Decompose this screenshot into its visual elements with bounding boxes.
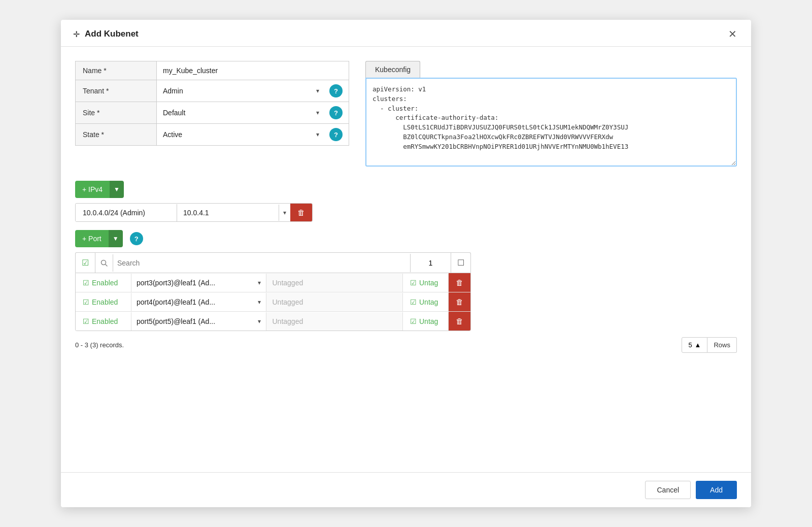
port-row-chevron-2[interactable]: ▾ xyxy=(258,299,261,306)
modal-header: ✛ Add Kubenet ✕ xyxy=(61,20,751,47)
state-field-row: State * Active ▾ ? xyxy=(75,123,349,146)
port-row-enabled-3: ☑ Enabled xyxy=(76,312,131,331)
state-help-button[interactable]: ? xyxy=(329,128,343,141)
port-row-chevron-1[interactable]: ▾ xyxy=(258,279,261,286)
add-button[interactable]: Add xyxy=(696,481,737,499)
port-row-chevron-3[interactable]: ▾ xyxy=(258,318,261,325)
trash-icon-1: 🗑 xyxy=(456,278,463,287)
name-label: Name * xyxy=(76,61,157,80)
port-section-header: + Port ▼ ? xyxy=(75,230,737,247)
state-label: State * xyxy=(76,124,157,145)
check-enabled-icon-2: ☑ xyxy=(83,298,89,306)
name-input[interactable] xyxy=(163,67,343,75)
site-label: Site * xyxy=(76,102,157,123)
add-port-caret-button[interactable]: ▼ xyxy=(109,230,123,247)
table-row: ☑ Enabled port5(port5)@leaf1 (Ad... ▾ Un… xyxy=(76,312,470,331)
ipv4-section: + IPv4 ▼ 10.0.4.0/24 (Admin) 10.0.4.1 ▾ … xyxy=(75,181,737,222)
port-section: + Port ▼ ? ☑ ☐ xyxy=(75,230,737,464)
check-icon: ☑ xyxy=(82,258,89,268)
port-row-untag-3[interactable]: ☑ Untag xyxy=(403,312,449,331)
state-value-cell: Active ▾ ? xyxy=(157,124,349,145)
add-ipv4-main-button[interactable]: + IPv4 xyxy=(75,181,110,198)
table-row: ☑ Enabled port3(port3)@leaf1 (Ad... ▾ Un… xyxy=(76,273,470,292)
port-row-tag-1: Untagged xyxy=(266,274,403,292)
trash-icon-2: 🗑 xyxy=(456,298,463,306)
port-row-name-1: port3(port3)@leaf1 (Ad... ▾ xyxy=(131,274,266,292)
port-row-tag-2: Untagged xyxy=(266,293,403,311)
svg-line-1 xyxy=(106,264,108,266)
add-kubenet-modal: ✛ Add Kubenet ✕ Name * Tenant * xyxy=(61,20,751,507)
modal-title: Add Kubenet xyxy=(85,29,721,39)
port-row-enabled-1: ☑ Enabled xyxy=(76,274,131,292)
rows-control: 5 ▲ Rows xyxy=(682,337,737,353)
port-page-input[interactable] xyxy=(410,254,451,272)
check-untag-icon-3: ☑ xyxy=(410,317,417,325)
port-row-name-3: port5(port5)@leaf1 (Ad... ▾ xyxy=(131,312,266,331)
port-row-untag-1[interactable]: ☑ Untag xyxy=(403,274,449,292)
port-row-tag-3: Untagged xyxy=(266,312,403,331)
port-search-input[interactable] xyxy=(113,254,410,272)
site-field-row: Site * Default ▾ ? xyxy=(75,102,349,123)
tenant-select-wrapper: Admin ▾ xyxy=(163,87,322,95)
ipv4-delete-button[interactable]: 🗑 xyxy=(290,204,312,221)
modal-body: Name * Tenant * Admin ▾ xyxy=(61,47,751,472)
rows-label-button[interactable]: Rows xyxy=(707,337,737,353)
records-row: 0 - 3 (3) records. 5 ▲ Rows xyxy=(75,337,737,353)
close-button[interactable]: ✕ xyxy=(726,29,739,39)
cancel-button[interactable]: Cancel xyxy=(645,481,691,499)
move-icon: ✛ xyxy=(73,29,80,39)
port-page-check-icon: ☐ xyxy=(451,253,470,273)
tenant-field-row: Tenant * Admin ▾ ? xyxy=(75,80,349,102)
add-ipv4-caret-button[interactable]: ▼ xyxy=(110,181,124,198)
table-row: ☑ Enabled port4(port4)@leaf1 (Ad... ▾ Un… xyxy=(76,292,470,312)
records-text: 0 - 3 (3) records. xyxy=(75,341,124,349)
add-ipv4-button[interactable]: + IPv4 ▼ xyxy=(75,181,124,198)
search-icon xyxy=(95,254,113,272)
check-enabled-icon-3: ☑ xyxy=(83,317,89,325)
check-enabled-icon-1: ☑ xyxy=(83,279,89,287)
port-row-name-2: port4(port4)@leaf1 (Ad... ▾ xyxy=(131,293,266,311)
ipv4-section-header: + IPv4 ▼ xyxy=(75,181,737,198)
site-select-wrapper: Default ▾ xyxy=(163,109,322,117)
port-row-enabled-2: ☑ Enabled xyxy=(76,293,131,311)
rows-caret-icon: ▲ xyxy=(695,341,701,349)
add-port-button[interactable]: + Port ▼ xyxy=(75,230,123,247)
check-untag-icon-1: ☑ xyxy=(410,279,417,287)
tenant-help-button[interactable]: ? xyxy=(329,84,343,97)
port-help-button[interactable]: ? xyxy=(130,232,143,245)
ipv4-row: 10.0.4.0/24 (Admin) 10.0.4.1 ▾ 🗑 xyxy=(75,203,313,222)
site-help-button[interactable]: ? xyxy=(329,106,343,119)
ipv4-gateway-cell: 10.0.4.1 xyxy=(177,204,279,221)
trash-icon: 🗑 xyxy=(297,208,305,217)
left-fields: Name * Tenant * Admin ▾ xyxy=(75,61,349,167)
state-select[interactable]: Active xyxy=(163,130,322,139)
rows-count-button[interactable]: 5 ▲ xyxy=(682,337,707,353)
square-icon: ☐ xyxy=(457,258,464,268)
site-value-cell: Default ▾ ? xyxy=(157,102,349,123)
port-row-delete-3[interactable]: 🗑 xyxy=(449,312,470,331)
kubeconfig-textarea[interactable]: apiVersion: v1 clusters: - cluster: cert… xyxy=(365,78,737,167)
name-field-row: Name * xyxy=(75,61,349,80)
tenant-select[interactable]: Admin xyxy=(163,87,322,95)
ipv4-chevron-icon[interactable]: ▾ xyxy=(279,205,290,221)
port-row-delete-1[interactable]: 🗑 xyxy=(449,273,470,292)
kubeconfig-label: Kubeconfig xyxy=(365,61,420,78)
modal-footer: Cancel Add xyxy=(61,472,751,507)
ipv4-gateway-wrapper: 10.0.4.1 ▾ xyxy=(177,204,290,221)
tenant-value-cell: Admin ▾ ? xyxy=(157,80,349,102)
port-rows: ☑ Enabled port3(port3)@leaf1 (Ad... ▾ Un… xyxy=(75,273,471,331)
port-toolbar: ☑ ☐ xyxy=(75,252,471,273)
port-row-untag-2[interactable]: ☑ Untag xyxy=(403,293,449,311)
state-select-wrapper: Active ▾ xyxy=(163,130,322,139)
top-section: Name * Tenant * Admin ▾ xyxy=(75,61,737,167)
port-row-delete-2[interactable]: 🗑 xyxy=(449,292,470,311)
port-toolbar-check-icon: ☑ xyxy=(76,253,95,273)
name-value-cell xyxy=(157,61,349,80)
right-panel: Kubeconfig apiVersion: v1 clusters: - cl… xyxy=(365,61,737,167)
ipv4-prefix-cell: 10.0.4.0/24 (Admin) xyxy=(76,204,177,221)
trash-icon-3: 🗑 xyxy=(456,317,463,325)
check-untag-icon-2: ☑ xyxy=(410,298,417,306)
site-select[interactable]: Default xyxy=(163,109,322,117)
tenant-label: Tenant * xyxy=(76,80,157,102)
add-port-main-button[interactable]: + Port xyxy=(75,230,109,247)
